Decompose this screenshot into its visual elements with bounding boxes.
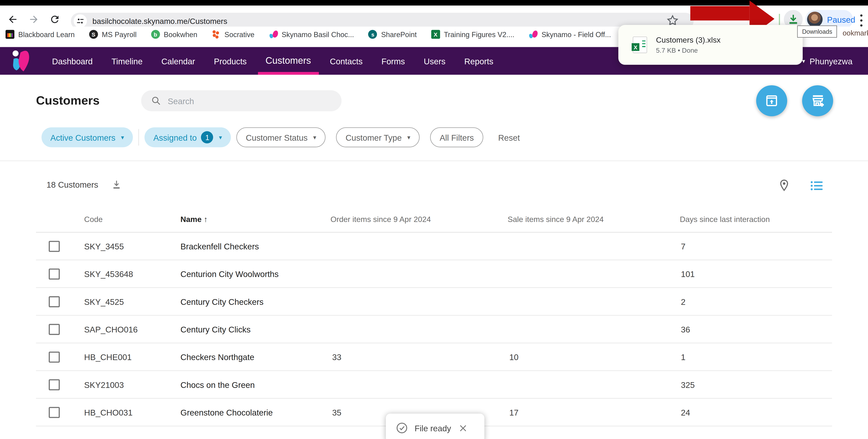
table-row[interactable]: HB_CHE001 Checkers Northgate 33 10 1 bbox=[36, 343, 832, 371]
skynamo-logo bbox=[11, 49, 31, 73]
add-customer-button[interactable] bbox=[802, 85, 833, 116]
cell-name: Century City Clicks bbox=[181, 324, 251, 334]
cell-name: Greenstone Chocolaterie bbox=[181, 407, 273, 417]
cell-name: Chocs on the Green bbox=[181, 380, 255, 389]
cell-days-since: 1 bbox=[681, 352, 685, 362]
bookmark-overflow-label[interactable]: ookmark bbox=[842, 29, 868, 37]
sync-status-label: Paused bbox=[827, 14, 855, 24]
filter-customer-status[interactable]: Customer Status ▾ bbox=[236, 127, 326, 147]
row-checkbox[interactable] bbox=[49, 296, 60, 307]
user-name: Phunyezwa bbox=[810, 56, 852, 66]
table-row[interactable]: SKY_3455 Brackenfell Checkers 7 bbox=[36, 232, 832, 260]
cell-code: SAP_CHO016 bbox=[84, 324, 138, 334]
sort-asc-icon: ↑ bbox=[204, 215, 208, 224]
browser-menu-icon[interactable] bbox=[859, 13, 864, 28]
bookmark-item[interactable]: Skynamo - Field Off... bbox=[529, 30, 611, 39]
cell-code: SKY_4525 bbox=[84, 297, 124, 306]
chevron-down-icon: ▾ bbox=[121, 134, 124, 141]
nav-item[interactable]: Reports bbox=[464, 47, 493, 75]
file-ready-toast: File ready bbox=[386, 413, 484, 439]
all-filters-button[interactable]: All Filters bbox=[430, 127, 483, 147]
cell-code: SKY_3455 bbox=[84, 241, 124, 251]
row-checkbox[interactable] bbox=[49, 351, 60, 362]
store-plus-icon bbox=[810, 93, 825, 108]
bookmark-item[interactable]: SharePoint bbox=[368, 30, 416, 39]
table-header: Code Name ↑ Order items since 9 Apr 2024… bbox=[0, 210, 868, 232]
nav-item[interactable]: Calendar bbox=[161, 47, 195, 75]
cell-code: HB_CHE001 bbox=[84, 352, 132, 362]
bookmark-favicon bbox=[368, 30, 377, 39]
bookmark-item[interactable]: Training Figures V2.... bbox=[431, 30, 514, 39]
browser-window: basilchocolate.skynamo.me/Customers Paus… bbox=[0, 0, 868, 439]
nav-item[interactable]: Users bbox=[424, 47, 445, 75]
filter-assigned-to[interactable]: Assigned to 1 ▾ bbox=[145, 127, 231, 147]
bookmark-item[interactable]: Skynamo Basil Choc... bbox=[269, 30, 354, 39]
map-view-icon[interactable] bbox=[778, 179, 790, 192]
col-days-since[interactable]: Days since last interaction bbox=[680, 215, 770, 224]
cell-code: SKY21003 bbox=[84, 380, 124, 389]
row-checkbox[interactable] bbox=[49, 379, 60, 390]
tab-strip bbox=[0, 0, 868, 5]
table-row[interactable]: SKY_4525 Century City Checkers 2 bbox=[36, 288, 832, 315]
export-download-icon[interactable] bbox=[112, 179, 122, 190]
nav-item[interactable]: Contacts bbox=[330, 47, 363, 75]
filter-customer-type[interactable]: Customer Type ▾ bbox=[336, 127, 420, 147]
bookmark-item[interactable]: MS Payroll bbox=[89, 30, 137, 39]
bookmark-item[interactable]: Socrative bbox=[212, 30, 254, 39]
cell-days-since: 101 bbox=[681, 269, 695, 279]
close-icon[interactable] bbox=[459, 424, 467, 432]
bookmark-favicon bbox=[529, 30, 537, 39]
import-customers-button[interactable] bbox=[756, 85, 787, 116]
cell-name: Brackenfell Checkers bbox=[181, 241, 259, 251]
back-icon[interactable] bbox=[7, 13, 19, 26]
page-title: Customers bbox=[36, 94, 99, 108]
table-row[interactable]: SKY_453648 Centurion City Woolworths 101 bbox=[36, 260, 832, 288]
row-checkbox[interactable] bbox=[49, 323, 60, 335]
downloads-tooltip: Downloads bbox=[797, 26, 837, 38]
chevron-down-icon: ▾ bbox=[313, 134, 316, 141]
col-order-items[interactable]: Order items since 9 Apr 2024 bbox=[331, 215, 431, 224]
nav-item[interactable]: Timeline bbox=[112, 47, 143, 75]
nav-items: DashboardTimelineCalendarProductsCustome… bbox=[52, 47, 512, 75]
nav-item[interactable]: Customers bbox=[266, 47, 311, 75]
search-icon bbox=[151, 96, 161, 106]
cell-days-since: 36 bbox=[681, 324, 690, 334]
bookmark-favicon bbox=[431, 30, 440, 39]
table-row[interactable]: SAP_CHO016 Century City Clicks 36 bbox=[36, 315, 832, 343]
user-menu[interactable]: ▾ Phunyezwa bbox=[802, 47, 852, 75]
list-view-icon[interactable] bbox=[810, 181, 823, 191]
row-checkbox[interactable] bbox=[49, 407, 60, 418]
cell-name: Centurion City Woolworths bbox=[181, 269, 279, 279]
chevron-down-icon: ▾ bbox=[407, 134, 410, 141]
site-settings-icon[interactable] bbox=[73, 14, 87, 28]
check-circle-icon bbox=[396, 422, 408, 434]
downloads-popup[interactable]: Customers (3).xlsx 5.7 KB • Done bbox=[618, 25, 803, 65]
download-filename[interactable]: Customers (3).xlsx bbox=[656, 35, 720, 44]
col-code[interactable]: Code bbox=[84, 215, 103, 224]
refresh-icon[interactable] bbox=[49, 13, 61, 26]
customer-table: SKY_3455 Brackenfell Checkers 7 SKY_4536… bbox=[0, 232, 868, 427]
nav-item[interactable]: Products bbox=[214, 47, 247, 75]
cell-days-since: 7 bbox=[681, 241, 685, 251]
cell-name: Checkers Northgate bbox=[181, 352, 254, 362]
toast-message: File ready bbox=[415, 423, 451, 433]
forward-icon[interactable] bbox=[28, 13, 40, 26]
search-input[interactable] bbox=[167, 95, 330, 106]
bookmark-item[interactable]: Blackboard Learn bbox=[5, 30, 75, 39]
bookmark-favicon bbox=[89, 30, 98, 39]
search-box[interactable] bbox=[141, 90, 342, 111]
assigned-count-badge: 1 bbox=[201, 131, 213, 144]
col-sale-items[interactable]: Sale items since 9 Apr 2024 bbox=[507, 215, 603, 224]
bookmark-favicon bbox=[212, 30, 221, 39]
cell-days-since: 24 bbox=[681, 407, 690, 417]
bookmark-item[interactable]: Bookwhen bbox=[151, 30, 197, 39]
nav-item[interactable]: Dashboard bbox=[52, 47, 93, 75]
col-name[interactable]: Name ↑ bbox=[181, 215, 208, 224]
filter-active-customers[interactable]: Active Customers ▾ bbox=[41, 127, 133, 147]
row-checkbox[interactable] bbox=[49, 241, 60, 252]
reset-filters-button[interactable]: Reset bbox=[498, 133, 520, 142]
nav-item[interactable]: Forms bbox=[381, 47, 405, 75]
row-checkbox[interactable] bbox=[49, 268, 60, 279]
table-row[interactable]: SKY21003 Chocs on the Green 325 bbox=[36, 371, 832, 399]
url-text: basilchocolate.skynamo.me/Customers bbox=[93, 17, 227, 26]
